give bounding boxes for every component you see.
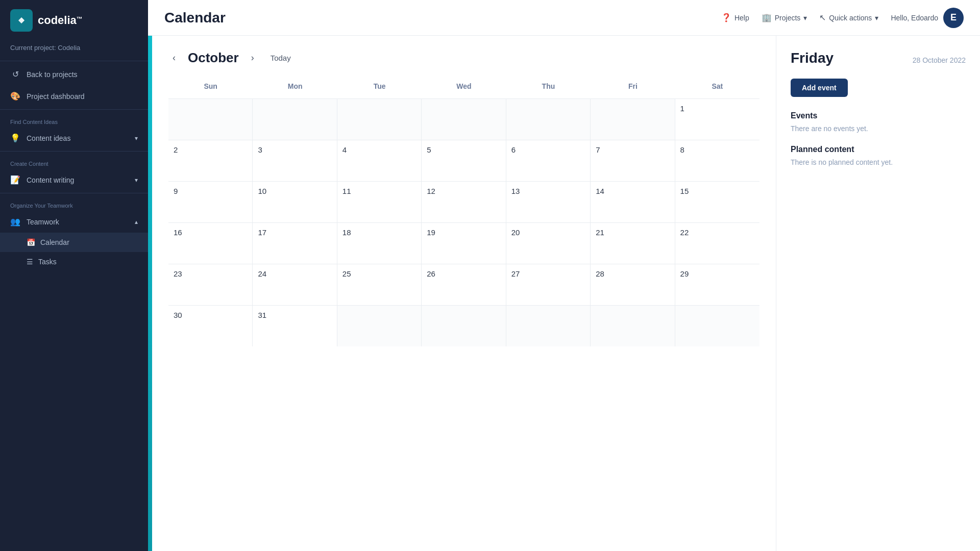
app-logo-icon: [10, 9, 33, 32]
cal-day-empty[interactable]: [337, 306, 422, 346]
topbar-actions: ❓ Help 🏢 Projects ▾ ↖ Quick actions ▾ He…: [721, 8, 964, 28]
content-ideas-button[interactable]: 💡 Content ideas ▾: [0, 127, 148, 149]
cal-day-26[interactable]: 26: [422, 264, 506, 305]
current-month: October: [188, 50, 239, 66]
tasks-icon: ☰: [27, 258, 33, 266]
cal-day-empty[interactable]: [168, 99, 253, 140]
cal-day-empty[interactable]: [422, 306, 506, 346]
calendar-nav: ‹ October › Today: [168, 50, 760, 66]
calendar-nav-item[interactable]: 📅 Calendar: [0, 233, 148, 252]
day-header-thu: Thu: [506, 78, 591, 94]
back-icon: ↺: [10, 69, 20, 79]
cal-day-6[interactable]: 6: [506, 140, 591, 181]
events-empty-text: There are no events yet.: [791, 124, 966, 133]
cal-day-empty[interactable]: [506, 306, 591, 346]
cal-day-empty[interactable]: [506, 99, 591, 140]
calendar-icon: 📅: [27, 238, 35, 246]
cal-day-13[interactable]: 13: [506, 182, 591, 222]
bulb-icon: 💡: [10, 133, 20, 143]
calendar-week-4: 16 17 18 19 20 21 22: [168, 222, 760, 264]
cal-day-2[interactable]: 2: [168, 140, 253, 181]
projects-button[interactable]: 🏢 Projects ▾: [762, 13, 807, 22]
cal-day-19[interactable]: 19: [422, 223, 506, 264]
cal-day-7[interactable]: 7: [591, 140, 675, 181]
cal-day-12[interactable]: 12: [422, 182, 506, 222]
cal-day-20[interactable]: 20: [506, 223, 591, 264]
cal-day-16[interactable]: 16: [168, 223, 253, 264]
calendar-nav-label: Calendar: [40, 238, 69, 246]
cal-day-27[interactable]: 27: [506, 264, 591, 305]
cal-day-21[interactable]: 21: [591, 223, 675, 264]
content-writing-chevron: ▾: [135, 177, 138, 184]
cal-day-empty[interactable]: [422, 99, 506, 140]
cal-day-25[interactable]: 25: [337, 264, 422, 305]
cal-day-17[interactable]: 17: [253, 223, 337, 264]
content-writing-button[interactable]: 📝 Content writing ▾: [0, 169, 148, 191]
writing-icon: 📝: [10, 175, 20, 185]
page-title: Calendar: [164, 10, 721, 26]
add-event-button[interactable]: Add event: [791, 79, 848, 97]
cal-day-3[interactable]: 3: [253, 140, 337, 181]
user-avatar: E: [943, 8, 964, 28]
content-area: ‹ October › Today Sun Mon Tue Wed Thu Fr…: [148, 36, 980, 551]
user-info: Hello, Edoardo E: [891, 8, 964, 28]
quick-actions-chevron: ▾: [875, 14, 878, 22]
cal-day-empty[interactable]: [591, 306, 675, 346]
projects-icon: 🏢: [762, 13, 772, 22]
back-to-projects-button[interactable]: ↺ Back to projects: [0, 63, 148, 85]
day-header-tue: Tue: [337, 78, 422, 94]
project-dashboard-label: Project dashboard: [27, 92, 85, 101]
sidebar: codelia™ Current project: Codelia ↺ Back…: [0, 0, 148, 551]
cal-day-29[interactable]: 29: [675, 264, 760, 305]
project-dashboard-button[interactable]: 🎨 Project dashboard: [0, 85, 148, 107]
sidebar-logo: codelia™: [0, 0, 148, 41]
cal-day-9[interactable]: 9: [168, 182, 253, 222]
main-content: Calendar ❓ Help 🏢 Projects ▾ ↖ Quick act…: [148, 0, 980, 551]
cal-day-11[interactable]: 11: [337, 182, 422, 222]
dashboard-icon: 🎨: [10, 91, 20, 101]
cal-day-22[interactable]: 22: [675, 223, 760, 264]
day-header-sun: Sun: [168, 78, 253, 94]
help-button[interactable]: ❓ Help: [721, 13, 749, 22]
cal-day-23[interactable]: 23: [168, 264, 253, 305]
cal-day-31[interactable]: 31: [253, 306, 337, 346]
cal-day-empty[interactable]: [675, 306, 760, 346]
calendar-week-3: 9 10 11 12 13 14 15: [168, 181, 760, 222]
cal-day-4[interactable]: 4: [337, 140, 422, 181]
cal-day-15[interactable]: 15: [675, 182, 760, 222]
calendar-week-5: 23 24 25 26 27 28 29: [168, 264, 760, 305]
cal-day-empty[interactable]: [591, 99, 675, 140]
tasks-nav-label: Tasks: [38, 258, 57, 266]
calendar-grid: Sun Mon Tue Wed Thu Fri Sat 1: [168, 78, 760, 346]
cal-day-30[interactable]: 30: [168, 306, 253, 346]
cal-day-18[interactable]: 18: [337, 223, 422, 264]
cal-day-8[interactable]: 8: [675, 140, 760, 181]
cal-day-10[interactable]: 10: [253, 182, 337, 222]
tasks-nav-item[interactable]: ☰ Tasks: [0, 252, 148, 271]
teamwork-chevron: ▴: [135, 218, 138, 226]
next-month-button[interactable]: ›: [247, 51, 258, 65]
cal-day-28[interactable]: 28: [591, 264, 675, 305]
planned-empty-text: There is no planned content yet.: [791, 158, 966, 166]
cal-day-empty[interactable]: [253, 99, 337, 140]
cal-day-14[interactable]: 14: [591, 182, 675, 222]
quick-actions-button[interactable]: ↖ Quick actions ▾: [819, 13, 878, 22]
cal-day-empty[interactable]: [337, 99, 422, 140]
teamwork-button[interactable]: 👥 Teamwork ▴: [0, 211, 148, 233]
content-writing-label: Content writing: [27, 176, 74, 184]
today-button[interactable]: Today: [266, 52, 295, 64]
help-icon: ❓: [721, 13, 731, 22]
content-ideas-label: Content ideas: [27, 134, 70, 142]
calendar-week-6: 30 31: [168, 305, 760, 346]
find-content-section-label: Find Content Ideas: [0, 112, 148, 127]
day-header-sat: Sat: [675, 78, 760, 94]
cal-day-24[interactable]: 24: [253, 264, 337, 305]
content-ideas-chevron: ▾: [135, 135, 138, 142]
cal-day-5[interactable]: 5: [422, 140, 506, 181]
create-content-section-label: Create Content: [0, 154, 148, 169]
prev-month-button[interactable]: ‹: [168, 51, 180, 65]
panel-day-name: Friday: [791, 50, 834, 66]
back-to-projects-label: Back to projects: [27, 70, 78, 79]
organize-section-label: Organize Your Teamwork: [0, 195, 148, 211]
cal-day-1[interactable]: 1: [675, 99, 760, 140]
